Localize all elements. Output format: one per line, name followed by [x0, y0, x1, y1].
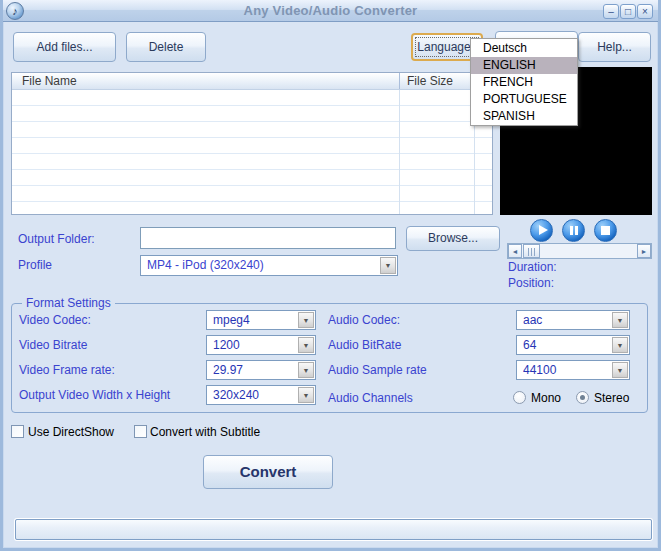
column-divider[interactable]: [399, 73, 400, 89]
video-codec-label: Video Codec:: [19, 313, 91, 327]
close-button[interactable]: ×: [637, 4, 653, 19]
stereo-radio-label[interactable]: Stereo: [594, 391, 629, 405]
delete-button[interactable]: Delete: [126, 32, 206, 62]
radio-dot-icon: [580, 395, 585, 400]
slider-thumb[interactable]: [523, 244, 540, 258]
dropdown-arrow-icon[interactable]: ▼: [298, 387, 314, 403]
video-frame-rate-combo[interactable]: 29.97 ▼: [206, 360, 316, 380]
video-codec-combo[interactable]: mpeg4 ▼: [206, 310, 316, 330]
play-icon: [539, 225, 548, 235]
menu-item-deutsch[interactable]: Deutsch: [471, 40, 577, 57]
video-frame-rate-label: Video Frame rate:: [19, 363, 115, 377]
audio-bitrate-value: 64: [523, 338, 609, 352]
menu-item-english[interactable]: ENGLISH: [471, 57, 577, 74]
audio-bitrate-label: Audio BitRate: [328, 338, 401, 352]
convert-button[interactable]: Convert: [203, 455, 333, 489]
format-settings-legend: Format Settings: [22, 296, 115, 310]
close-icon: ×: [642, 6, 648, 17]
dropdown-arrow-icon[interactable]: ▼: [298, 362, 314, 378]
mono-radio[interactable]: [513, 391, 526, 404]
maximize-icon: □: [625, 6, 631, 17]
maximize-button[interactable]: □: [620, 4, 636, 19]
video-frame-rate-value: 29.97: [213, 363, 295, 377]
audio-codec-value: aac: [523, 313, 609, 327]
use-directshow-checkbox[interactable]: [11, 425, 24, 438]
video-bitrate-value: 1200: [213, 338, 295, 352]
help-button[interactable]: Help...: [578, 32, 651, 62]
stereo-radio[interactable]: [576, 391, 589, 404]
add-files-button[interactable]: Add files...: [13, 32, 116, 62]
audio-codec-label: Audio Codec:: [328, 313, 400, 327]
output-folder-input[interactable]: [140, 227, 396, 249]
profile-combo[interactable]: MP4 - iPod (320x240) ▼: [140, 255, 398, 276]
seek-slider[interactable]: ◄ ►: [507, 243, 652, 259]
app-window: ♪ Any Video/Audio Converter – □ × Add fi…: [0, 0, 661, 551]
pause-button[interactable]: [562, 219, 585, 242]
stop-icon: [601, 226, 610, 235]
minimize-button[interactable]: –: [603, 4, 619, 19]
dropdown-arrow-icon[interactable]: ▼: [612, 312, 628, 328]
menu-item-portuguese[interactable]: PORTUGUESE: [471, 91, 577, 108]
output-size-value: 320x240: [213, 388, 295, 402]
use-directshow-label[interactable]: Use DirectShow: [28, 425, 114, 439]
audio-sample-rate-combo[interactable]: 44100 ▼: [516, 360, 630, 380]
pause-icon: [570, 226, 584, 240]
convert-with-subtitle-checkbox[interactable]: [134, 425, 147, 438]
dropdown-arrow-icon[interactable]: ▼: [380, 257, 396, 274]
audio-sample-rate-label: Audio Sample rate: [328, 363, 427, 377]
menu-item-french[interactable]: FRENCH: [471, 74, 577, 91]
window-title: Any Video/Audio Converter: [0, 3, 661, 18]
audio-bitrate-combo[interactable]: 64 ▼: [516, 335, 630, 355]
video-bitrate-label: Video Bitrate: [19, 338, 88, 352]
minimize-icon: –: [608, 6, 614, 17]
video-bitrate-combo[interactable]: 1200 ▼: [206, 335, 316, 355]
video-codec-value: mpeg4: [213, 313, 295, 327]
progress-bar: [15, 519, 652, 540]
position-label: Position:: [508, 276, 554, 290]
output-folder-label: Output Folder:: [18, 232, 95, 246]
audio-codec-combo[interactable]: aac ▼: [516, 310, 630, 330]
profile-value: MP4 - iPod (320x240): [147, 258, 377, 272]
slider-left-arrow-icon[interactable]: ◄: [508, 244, 522, 258]
play-button[interactable]: [530, 219, 553, 242]
browse-button[interactable]: Browse...: [406, 226, 500, 251]
audio-sample-rate-value: 44100: [523, 363, 609, 377]
dropdown-arrow-icon[interactable]: ▼: [612, 362, 628, 378]
dropdown-arrow-icon[interactable]: ▼: [612, 337, 628, 353]
dropdown-arrow-icon[interactable]: ▼: [298, 312, 314, 328]
language-menu: Deutsch ENGLISH FRENCH PORTUGUESE SPANIS…: [470, 38, 578, 126]
output-size-combo[interactable]: 320x240 ▼: [206, 385, 316, 405]
title-bar[interactable]: ♪ Any Video/Audio Converter – □ ×: [0, 0, 661, 22]
output-size-label: Output Video Width x Height: [19, 388, 170, 402]
convert-with-subtitle-label[interactable]: Convert with Subtitle: [150, 425, 260, 439]
mono-radio-label[interactable]: Mono: [531, 391, 561, 405]
column-header-file-name[interactable]: File Name: [22, 74, 77, 89]
slider-right-arrow-icon[interactable]: ►: [637, 244, 651, 258]
profile-label: Profile: [18, 258, 52, 272]
duration-label: Duration:: [508, 260, 557, 274]
file-list-header: File Name File Size: [12, 73, 492, 90]
dropdown-arrow-icon[interactable]: ▼: [298, 337, 314, 353]
audio-channels-label: Audio Channels: [328, 391, 413, 405]
stop-button[interactable]: [594, 219, 617, 242]
thumb-grip-icon: [528, 248, 536, 256]
column-header-file-size[interactable]: File Size: [407, 74, 453, 89]
file-list[interactable]: File Name File Size: [11, 72, 493, 215]
menu-item-spanish[interactable]: SPANISH: [471, 108, 577, 125]
file-list-body[interactable]: [12, 90, 492, 214]
column-divider: [399, 90, 400, 214]
